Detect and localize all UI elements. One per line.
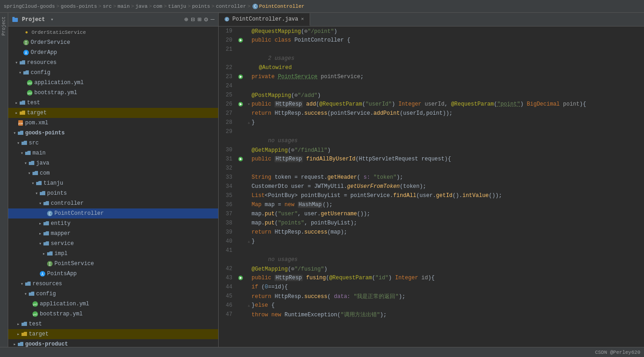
list-item[interactable]: ▾ tianju [8,178,218,188]
gutter [235,37,246,43]
code-hint-line: 2 usages [219,54,644,63]
breadcrumb-part[interactable]: CPointController [252,3,305,10]
run-gutter-icon[interactable] [238,37,243,43]
code-editor[interactable]: 19 @RequestMapping(⊙"/point") 20 public … [219,27,644,347]
code-line: 45 return HttpResp.success( data: "我是正常的… [219,292,644,301]
expand-arrow-down: ▾ [14,60,19,65]
file-label: OrderStaticService [32,30,86,35]
code-line: 28 ▵ } [219,118,644,127]
collapse-icon[interactable]: ⊟ [191,16,194,23]
list-item[interactable]: yml application.yml [8,299,218,309]
list-item[interactable]: I PointService [8,259,218,269]
expand-icon[interactable]: ⊞ [198,16,201,23]
svg-text:C: C [254,5,256,9]
folder-yellow-icon [19,110,26,116]
list-item[interactable]: ▸ target [8,108,218,118]
project-dropdown[interactable]: ▾ [50,16,54,22]
list-item[interactable]: ▾ service [8,239,218,249]
expand-arrow-down: ▾ [23,291,28,297]
gutter [235,74,246,80]
list-item[interactable]: yml application.yml [8,78,218,88]
tab-pointcontroller[interactable]: C PointController.java × [219,13,310,26]
code-line: 24 [219,81,644,91]
code-line: 42 @GetMapping(⊙"/fusing") [219,264,644,273]
breadcrumb-part[interactable]: src [103,4,112,9]
list-item[interactable]: A OrderApp [8,48,218,58]
locate-icon[interactable]: ⊕ [184,16,188,23]
list-item[interactable]: yml bootstrap.yml [8,88,218,98]
list-item[interactable]: ▾ config [8,289,218,299]
list-item[interactable]: ▾ controller [8,198,218,208]
breadcrumb-part[interactable]: points [192,4,210,9]
list-item[interactable]: ▸ mapper [8,229,218,239]
settings-icon[interactable]: ⚙ [204,16,208,23]
code-content: Map map = new HashMap(); [252,202,644,208]
folder-icon [28,291,35,297]
breadcrumb-part[interactable]: springCloud-goods [4,4,55,9]
breadcrumb-part[interactable]: com [153,4,162,9]
tab-close-button[interactable]: × [301,16,304,22]
code-content: return HttpResp.success( data: "我是正常的返回"… [252,293,644,300]
expand-arrow [17,50,23,55]
file-label: OrderApp [31,49,57,56]
list-item[interactable]: ▾ goods-points [8,128,218,138]
run-gutter-icon[interactable] [238,101,243,107]
file-label: bootstrap.yml [34,90,77,96]
list-item[interactable]: ▾ resources [8,279,218,289]
code-line: 41 [219,246,644,255]
run-gutter-icon[interactable] [238,156,243,162]
code-line: 44 if (0==id){ [219,282,644,292]
code-line: 38 map.put("points", pointBuyList); [219,218,644,228]
list-item[interactable]: ▸ test [8,319,218,329]
breadcrumb-part[interactable]: controller [216,4,246,9]
run-gutter-icon[interactable] [238,74,243,80]
expand-arrow-down: ▾ [12,130,17,136]
list-item[interactable]: ▸ target [8,329,218,339]
code-content: if (0==id){ [252,284,644,290]
list-item[interactable]: ▾ main [8,148,218,158]
breadcrumb-part[interactable]: goods-points [61,4,97,9]
list-item[interactable]: ▸ test [8,98,218,108]
breadcrumb-part[interactable]: java [135,4,147,9]
list-item[interactable]: ▾ com [8,168,218,178]
list-item[interactable]: ▾ points [8,188,218,198]
file-label: test [29,321,42,327]
code-line: 37 map.put("user", user.getUsername()); [219,209,644,218]
expand-arrow [41,211,47,216]
file-label: OrderService [31,39,70,46]
file-label: PointService [54,261,94,267]
line-number: 27 [219,109,235,118]
list-item[interactable]: ▸ entity [8,218,218,229]
svg-text:pom: pom [18,122,23,125]
breadcrumb-part[interactable]: tianju [168,4,187,9]
list-item[interactable]: pom pom.xml [8,118,218,128]
svg-text:I: I [49,262,51,266]
file-label: config [36,291,56,297]
module-icon [17,130,24,136]
file-label: entity [51,220,70,227]
list-item[interactable]: ▾ java [8,158,218,168]
run-gutter-icon[interactable] [238,275,243,281]
breadcrumb-sep: > [131,4,134,9]
project-tab-label[interactable]: Project [0,15,7,37]
hide-icon[interactable]: — [211,16,215,23]
list-item[interactable]: yml bootstrap.yml [8,309,218,319]
code-content: public HttpResp add(@RequestParam("userI… [252,101,644,107]
yml-icon: yml [27,90,33,96]
list-item[interactable]: A PointsApp [8,269,218,279]
svg-rect-3 [12,17,15,18]
list-item[interactable]: ▸ impl [8,249,218,259]
list-item[interactable]: I OrderService [8,37,218,48]
list-item[interactable]: ▸ goods-product [8,339,218,347]
yml-icon: yml [27,80,33,86]
list-item[interactable]: ▾ src [8,138,218,148]
list-item[interactable]: C PointController [8,208,218,218]
list-item[interactable]: ▾ config [8,68,218,78]
expand-arrow-right: ▸ [38,231,43,236]
list-item[interactable]: ● OrderStaticService [8,27,218,37]
list-item[interactable]: ▾ resources [8,58,218,68]
code-content: @Autowired [252,64,644,71]
code-hint-line: no usages [219,136,644,145]
breadcrumb-part[interactable]: main [118,4,129,9]
expand-arrow [27,311,32,317]
